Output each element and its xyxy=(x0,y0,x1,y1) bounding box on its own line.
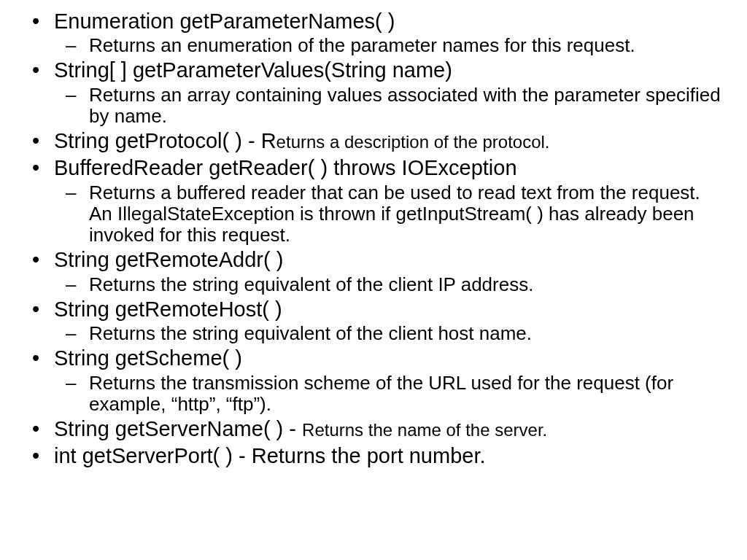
sub-list: Returns the string equivalent of the cli… xyxy=(54,274,725,295)
item-main-text: BufferedReader getReader( ) throws IOExc… xyxy=(54,156,517,179)
item-main-text: String getProtocol( ) - R xyxy=(54,129,276,152)
sub-item-text: Returns the transmission scheme of the U… xyxy=(89,372,673,415)
item-main-text: int getServerPort( ) - Returns the port … xyxy=(54,444,486,467)
sub-list-item: Returns the string equivalent of the cli… xyxy=(54,323,725,344)
list-item: String[ ] getParameterValues(String name… xyxy=(22,58,725,127)
slide-content: Enumeration getParameterNames( )Returns … xyxy=(0,0,747,478)
item-tail-text: eturns a description of the protocol. xyxy=(276,132,550,152)
list-item: String getRemoteHost( )Returns the strin… xyxy=(22,297,725,344)
sub-list: Returns a buffered reader that can be us… xyxy=(54,182,725,246)
item-main-text: String[ ] getParameterValues(String name… xyxy=(54,58,452,82)
sub-item-text: Returns the string equivalent of the cli… xyxy=(89,322,532,344)
list-item: BufferedReader getReader( ) throws IOExc… xyxy=(22,155,725,246)
item-tail-text: Returns the name of the server. xyxy=(302,420,547,440)
list-item: String getServerName( ) - Returns the na… xyxy=(22,416,725,442)
item-main-text: String getRemoteHost( ) xyxy=(54,298,282,321)
sub-item-text: Returns a buffered reader that can be us… xyxy=(89,182,700,246)
list-item: Enumeration getParameterNames( )Returns … xyxy=(22,9,725,56)
sub-list: Returns an enumeration of the parameter … xyxy=(54,35,725,56)
sub-list: Returns an array containing values assoc… xyxy=(54,85,725,127)
list-item: String getRemoteAddr( )Returns the strin… xyxy=(22,247,725,295)
bullet-list: Enumeration getParameterNames( )Returns … xyxy=(22,9,725,469)
item-main-text: Enumeration getParameterNames( ) xyxy=(54,9,395,33)
item-main-text: String getServerName( ) - xyxy=(54,417,302,440)
list-item: String getScheme( )Returns the transmiss… xyxy=(22,346,725,415)
sub-list-item: Returns an array containing values assoc… xyxy=(54,85,725,127)
sub-item-text: Returns an array containing values assoc… xyxy=(89,84,721,127)
sub-item-text: Returns the string equivalent of the cli… xyxy=(89,273,533,295)
list-item: int getServerPort( ) - Returns the port … xyxy=(22,443,725,469)
sub-list-item: Returns an enumeration of the parameter … xyxy=(54,35,725,56)
item-main-text: String getScheme( ) xyxy=(54,346,242,370)
sub-list-item: Returns a buffered reader that can be us… xyxy=(54,182,725,246)
sub-list-item: Returns the transmission scheme of the U… xyxy=(54,373,725,415)
item-main-text: String getRemoteAddr( ) xyxy=(54,248,283,271)
list-item: String getProtocol( ) - Returns a descri… xyxy=(22,128,725,154)
sub-item-text: Returns an enumeration of the parameter … xyxy=(89,34,635,56)
sub-list: Returns the string equivalent of the cli… xyxy=(54,323,725,344)
sub-list: Returns the transmission scheme of the U… xyxy=(54,373,725,415)
sub-list-item: Returns the string equivalent of the cli… xyxy=(54,274,725,295)
